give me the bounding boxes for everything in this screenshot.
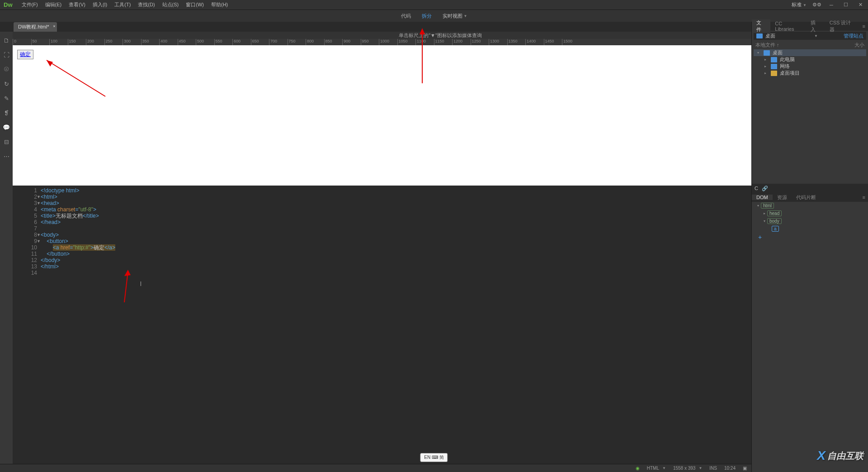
left-toolbar: 🗋 ⛶ ⦾ ↻ ✎ ❡ 💬 ⊟ ⋯ [0,32,13,464]
tab-title: DW教程.html* [18,24,49,29]
dom-menu-icon[interactable]: ≡ [860,195,868,200]
folder-icon [756,33,763,38]
panel-tab-cclib[interactable]: CC Libraries [770,21,806,32]
media-query-hint: 单击标尺上的"▼"图标以添加媒体查询 [13,32,868,39]
status-sync-icon[interactable]: ◉ [636,466,640,471]
app-logo: Dw [4,1,13,8]
menu-find[interactable]: 查找(D) [134,1,158,8]
ruler[interactable]: 0501001502002503003504004505005506006507… [13,39,868,45]
more-icon[interactable]: ⋯ [2,152,10,160]
file-manage-icon[interactable]: 🗋 [2,36,10,44]
status-ins: INS [709,466,717,471]
refresh-icon[interactable]: ↻ [2,80,10,88]
menubar: Dw 文件(F) 编辑(E) 查看(V) 插入(I) 工具(T) 查找(D) 站… [0,0,868,10]
document-tab[interactable]: DW教程.html* × [14,22,57,32]
inspect-icon[interactable]: ⦾ [2,65,10,73]
watermark: X自由互联 [817,448,863,463]
center-editor: 单击标尺上的"▼"图标以添加媒体查询 050100150200250300350… [13,32,868,464]
status-cursor-pos: 10:24 [724,466,736,471]
panel-menu-icon[interactable]: ≡ [860,24,868,29]
wand-icon[interactable]: ✎ [2,94,10,102]
dom-row[interactable]: a [752,225,868,233]
status-dimensions[interactable]: 1558 x 393▼ [673,466,702,471]
files-header: 本地文件 ↑ 大小 [752,41,868,49]
code-view[interactable]: 12▼3▼45678▼9▼1011121314 <!doctype html><… [13,186,868,464]
dom-tab-assets[interactable]: 资源 [773,194,792,201]
format-icon[interactable]: ❡ [2,109,10,117]
dom-tree[interactable]: ▾html▸head▾bodya [752,202,868,233]
collapse-icon[interactable]: ⊟ [2,138,10,146]
view-live-group[interactable]: 实时视图▼ [443,13,467,19]
dom-row[interactable]: ▸head [752,210,868,217]
close-button[interactable]: ✕ [856,2,864,8]
view-split[interactable]: 拆分 [422,13,432,19]
status-lang[interactable]: HTML▼ [647,466,666,471]
manage-site-link[interactable]: 管理站点 [844,33,863,39]
file-row[interactable]: ▾桌面 [754,49,866,56]
file-row[interactable]: ▸此电脑 [754,56,866,63]
minimize-button[interactable]: ─ [827,2,835,8]
code-content[interactable]: <!doctype html><html><head><meta charset… [41,187,868,464]
dom-panel: DOM 资源 代码片断 ≡ ▾html▸head▾bodya + [752,193,868,242]
menu-window[interactable]: 窗口(W) [182,1,208,8]
panel-tab-files[interactable]: 文件 [752,19,770,33]
menu-view[interactable]: 查看(V) [65,1,89,8]
file-row[interactable]: ▸网络 [754,63,866,70]
file-tree[interactable]: ▾桌面▸此电脑▸网络▸桌面项目 [752,49,868,76]
menu-insert[interactable]: 插入(I) [89,1,111,8]
svg-line-0 [47,60,105,96]
menu-site[interactable]: 站点(S) [159,1,183,8]
ime-indicator: EN ⌨ 简 [420,453,448,462]
tab-close-icon[interactable]: × [53,24,55,29]
svg-marker-1 [47,60,53,67]
dom-row[interactable]: ▾html [752,202,868,210]
link-icon[interactable]: 🔗 [762,186,768,191]
panel-tabs-top: 文件 CC Libraries 插入 CSS 设计器 ≡ [752,22,868,31]
rendered-button[interactable]: 确定 [17,50,33,59]
menu-file[interactable]: 文件(F) [18,1,42,8]
maximize-button[interactable]: ☐ [842,2,850,8]
dom-tab-dom[interactable]: DOM [752,195,773,200]
dom-tab-snippets[interactable]: 代码片断 [792,194,821,201]
dom-row[interactable]: ▾body [752,217,868,225]
status-preview-icon[interactable]: ▣ [743,466,747,471]
panel-tab-css[interactable]: CSS 设计器 [825,19,860,33]
menu-tools[interactable]: 工具(T) [111,1,134,8]
menu-help[interactable]: 帮助(H) [208,1,231,8]
workspace-selector[interactable]: 标准▼ [792,1,807,8]
files-col-name[interactable]: 本地文件 ↑ [755,42,779,48]
dom-add-button[interactable]: + [755,234,762,241]
design-view[interactable]: 确定 [13,45,868,186]
right-panel: 文件 CC Libraries 插入 CSS 设计器 ≡ 桌面 ▼ 管理站点 本… [751,22,868,472]
menu-edit[interactable]: 编辑(E) [42,1,66,8]
view-code[interactable]: 代码 [401,13,411,19]
expand-icon[interactable]: ⛶ [2,51,10,59]
panel-tab-insert[interactable]: 插入 [806,19,825,33]
main-area: 🗋 ⛶ ⦾ ↻ ✎ ❡ 💬 ⊟ ⋯ 单击标尺上的"▼"图标以添加媒体查询 050… [0,32,868,464]
comment-icon[interactable]: 💬 [2,123,10,131]
refresh-icon[interactable]: C [755,186,758,191]
document-tabbar: DW教程.html* × [0,22,868,32]
panel-refresh-bar: C 🔗 [752,184,868,193]
sync-settings-icon[interactable]: ⚙⚙ [813,2,821,8]
status-bar: ◉ HTML▼ 1558 x 393▼ INS 10:24 ▣ [0,464,751,472]
view-switch-bar: 代码 拆分 实时视图▼ [0,10,868,22]
line-gutter: 12▼3▼45678▼9▼1011121314 [13,187,41,464]
rendered-link[interactable]: 确定 [20,51,31,57]
files-col-size[interactable]: 大小 [854,42,864,48]
file-row[interactable]: ▸桌面项目 [754,70,866,76]
